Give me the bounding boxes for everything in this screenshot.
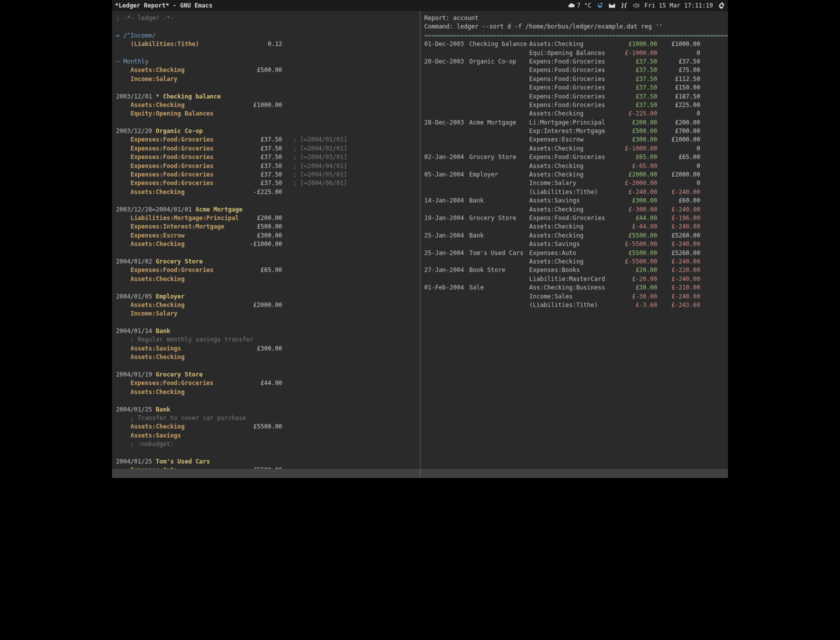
row-balance: 0 [658, 49, 700, 58]
row-date [424, 188, 470, 196]
report-row: Assets:Checking £-300.00£-240.00 [424, 206, 724, 214]
posting: Assets:Savings [116, 432, 416, 440]
volume-icon[interactable] [632, 2, 640, 9]
report-row: Assets:Checking £-225.000 [424, 110, 724, 118]
row-balance: £2000.00 [658, 170, 700, 179]
row-account: Assets:Checking [530, 258, 614, 266]
row-amount: £-5500.00 [614, 258, 658, 266]
report-row: Expens:Food:Groceries £37.50£112.50 [424, 75, 724, 84]
report-row: 01-Dec-2003 Checking balanceAssets:Check… [424, 40, 724, 48]
row-date: 05-Jan-2004 [424, 170, 470, 179]
network-icon[interactable] [620, 2, 628, 9]
row-balance: £60.00 [658, 196, 700, 205]
row-balance: 0 [658, 179, 700, 188]
row-payee: Checking balance [470, 40, 530, 48]
row-amount: £-1000.00 [614, 144, 658, 153]
row-date [424, 110, 470, 118]
row-date [424, 84, 470, 92]
txn-note: ; Regular monthly savings transfer [116, 336, 416, 344]
row-account: Expenses:Escrow [530, 136, 614, 144]
row-balance: £5260.00 [658, 232, 700, 240]
report-row: Expens:Food:Groceries £37.50£225.00 [424, 101, 724, 110]
row-amount: £300.00 [614, 136, 658, 144]
editor-split: ; -*- ledger -*- = /^Income/ (Liabilitie… [112, 11, 728, 478]
report-row: 01-Feb-2004 Sale Ass:Checking:Business £… [424, 284, 724, 292]
row-balance: £5260.00 [658, 249, 700, 258]
row-amount: £65.00 [614, 153, 658, 162]
row-account: Liabilitie:MasterCard [530, 275, 614, 284]
posting: Income:Salary [116, 310, 416, 318]
row-date [424, 301, 470, 310]
row-date: 02-Jan-2004 [424, 153, 470, 162]
posting: Income:Salary [116, 75, 416, 84]
row-payee [470, 110, 530, 118]
emacs-window: *Ledger Report* - GNU Emacs 7 °C Fri 15 … [112, 0, 728, 478]
report-row: 25-Jan-2004 Bank Assets:Checking £5500.0… [424, 232, 724, 240]
row-amount: £200.00 [614, 118, 658, 127]
row-amount: £-300.00 [614, 206, 658, 214]
row-date [424, 136, 470, 144]
report-row: 02-Jan-2004 Grocery Store Expens:Food:Gr… [424, 153, 724, 162]
row-amount: £-3.60 [614, 301, 658, 310]
window-titlebar: *Ledger Report* - GNU Emacs 7 °C Fri 15 … [112, 0, 728, 11]
report-row: 20-Dec-2003 Organic Co-op Expens:Food:Gr… [424, 58, 724, 66]
row-payee [470, 92, 530, 101]
weather-indicator[interactable]: 7 °C [568, 2, 592, 9]
row-date [424, 49, 470, 58]
row-balance: £-210.00 [658, 284, 700, 292]
row-balance: £65.00 [658, 153, 700, 162]
row-balance: 0 [658, 144, 700, 153]
report-rows: 01-Dec-2003 Checking balanceAssets:Check… [424, 40, 724, 310]
modeline-right: -U:@%%- *Ledger Report* All (4,0) (Ledge… [420, 469, 728, 478]
posting: Assets:Checking £1000.00 [116, 101, 416, 110]
report-row: Liabilitie:MasterCard £-20.00£-240.00 [424, 275, 724, 284]
modeline-left: -U:@--- example.dat All (64,0) (Ledger y… [112, 469, 420, 478]
row-account: Expens:Food:Groceries [530, 66, 614, 74]
clock: Fri 15 Mar 17:11:19 [644, 2, 713, 9]
ledger-source-pane[interactable]: ; -*- ledger -*- = /^Income/ (Liabilitie… [112, 11, 420, 478]
row-balance: £-240.00 [658, 240, 700, 248]
report-row: Assets:Checking £-44.00£-240.00 [424, 222, 724, 231]
window-title: *Ledger Report* - GNU Emacs [115, 2, 212, 9]
ledger-report-pane[interactable]: Report: account Command: ledger --sort d… [420, 11, 728, 478]
row-payee [470, 127, 530, 136]
row-amount: £37.50 [614, 58, 658, 66]
row-date: 25-Jan-2004 [424, 249, 470, 258]
posting: Expenses:Food:Groceries £37.50 ; [=2004/… [116, 136, 416, 144]
mail-icon[interactable] [608, 2, 616, 9]
report-row: 27-Jan-2004 Book Store Expenses:Books £2… [424, 266, 724, 274]
row-date: 27-Jan-2004 [424, 266, 470, 274]
posting: Liabilities:Mortgage:Principal £200.00 [116, 214, 416, 222]
row-payee: Bank [470, 232, 530, 240]
row-date [424, 240, 470, 248]
row-account: Expens:Food:Groceries [530, 101, 614, 110]
row-payee: Tom's Used Cars [470, 249, 530, 258]
posting: Assets:Checking [116, 275, 416, 284]
row-amount: £300.00 [614, 196, 658, 205]
report-row: 28-Dec-2003 Acme Mortgage Li:Mortgage:Pr… [424, 118, 724, 127]
row-amount: £-44.00 [614, 222, 658, 231]
settings-gear-icon[interactable] [718, 2, 725, 9]
report-row: Expens:Food:Groceries £37.50£75.00 [424, 66, 724, 74]
posting: Expenses:Food:Groceries £37.50 ; [=2004/… [116, 162, 416, 170]
posting: Equity:Opening Balances [116, 110, 416, 118]
periodic-txn-header: ~ Monthly [116, 58, 416, 66]
posting: Expenses:Food:Groceries £37.50 ; [=2004/… [116, 153, 416, 162]
row-amount: £37.50 [614, 101, 658, 110]
reload-icon[interactable] [596, 2, 604, 9]
row-account: Expens:Food:Groceries [530, 58, 614, 66]
row-payee: Book Store [470, 266, 530, 274]
row-date [424, 206, 470, 214]
row-payee: Employer [470, 170, 530, 179]
row-payee [470, 301, 530, 310]
txn-header: 2004/01/05 Employer [116, 292, 416, 301]
row-amount: £-20.00 [614, 275, 658, 284]
row-account: Expens:Food:Groceries [530, 84, 614, 92]
row-balance: 0 [658, 162, 700, 170]
row-balance: £-240.00 [658, 188, 700, 196]
row-payee [470, 101, 530, 110]
posting: Expenses:Food:Groceries £37.50 ; [=2004/… [116, 179, 416, 188]
report-row: Assets:Checking £-65.000 [424, 162, 724, 170]
row-payee [470, 49, 530, 58]
row-balance: £112.50 [658, 75, 700, 84]
